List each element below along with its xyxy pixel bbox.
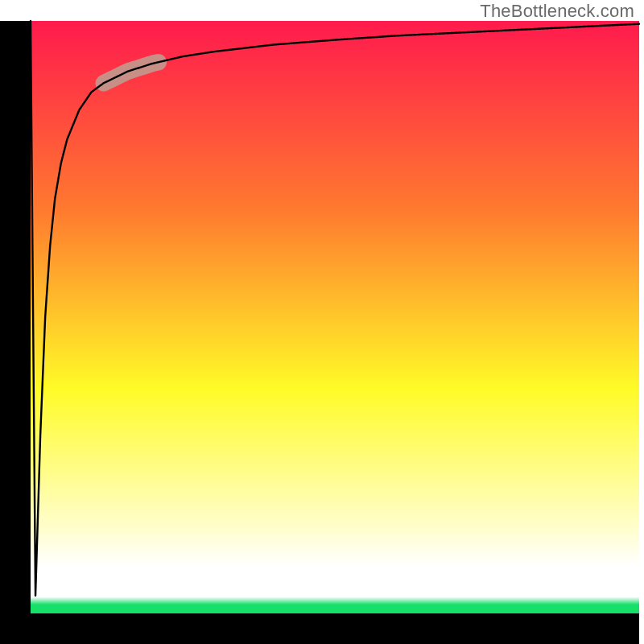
chart-container: TheBottleneck.com	[0, 0, 644, 644]
gradient-chart-canvas	[0, 0, 644, 644]
watermark-text: TheBottleneck.com	[480, 1, 634, 22]
